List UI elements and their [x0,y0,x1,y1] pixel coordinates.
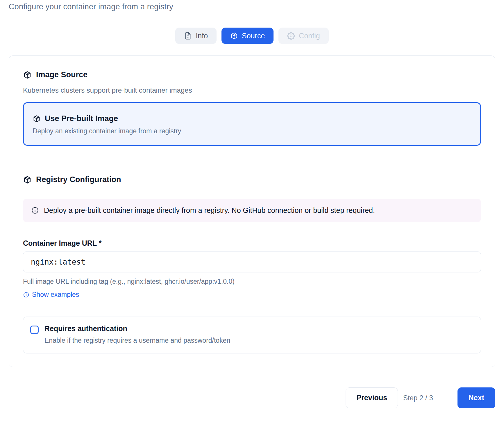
show-examples-label: Show examples [32,291,79,299]
info-icon [31,206,39,214]
requires-auth-label[interactable]: Requires authentication [44,324,230,333]
tab-config-label: Config [299,32,320,40]
container-image-url-label: Container Image URL * [23,239,481,247]
step-indicator: Step 2 / 3 [403,394,433,402]
package-icon [230,32,238,40]
container-image-url-helper: Full image URL including tag (e.g., ngin… [23,278,481,285]
wizard-page: Configure your container image from a re… [0,0,504,408]
package-icon [23,71,32,79]
previous-button[interactable]: Previous [346,387,398,408]
package-icon [33,115,41,123]
source-step-card: Image Source Kubernetes clusters support… [9,55,495,367]
option-title-label: Use Pre-built Image [45,114,118,123]
requires-auth-checkbox[interactable] [30,326,39,334]
package-icon [23,175,32,184]
section-divider [23,160,481,160]
option-use-prebuilt-image[interactable]: Use Pre-built Image Deploy an existing c… [23,102,481,146]
image-source-heading: Image Source [23,70,481,79]
requires-auth-text: Requires authentication Enable if the re… [44,324,230,344]
wizard-tabbar: Info Source Config [9,28,495,44]
tab-info-label: Info [196,32,208,40]
requires-auth-card: Requires authentication Enable if the re… [23,317,481,353]
page-title: Configure your container image from a re… [9,0,495,11]
file-text-icon [184,32,192,40]
tab-source[interactable]: Source [221,28,274,44]
show-examples-link[interactable]: Show examples [23,291,79,299]
tab-config[interactable]: Config [278,28,328,44]
registry-config-heading-label: Registry Configuration [36,175,121,184]
container-image-url-input[interactable] [23,252,481,272]
info-icon [23,292,29,298]
tab-info[interactable]: Info [175,28,217,44]
image-source-heading-label: Image Source [36,70,87,79]
option-description: Deploy an existing container image from … [33,127,471,135]
registry-info-banner-text: Deploy a pre-built container image direc… [44,206,375,215]
requires-auth-description: Enable if the registry requires a userna… [44,337,230,344]
wizard-footer: Previous Step 2 / 3 Next [9,387,495,408]
gear-icon [287,32,295,40]
registry-info-banner: Deploy a pre-built container image direc… [23,199,481,222]
option-title-row: Use Pre-built Image [33,114,471,123]
image-source-subtitle: Kubernetes clusters support pre-built co… [23,86,481,94]
registry-config-heading: Registry Configuration [23,175,481,184]
next-button[interactable]: Next [457,387,495,408]
tab-source-label: Source [242,32,265,40]
